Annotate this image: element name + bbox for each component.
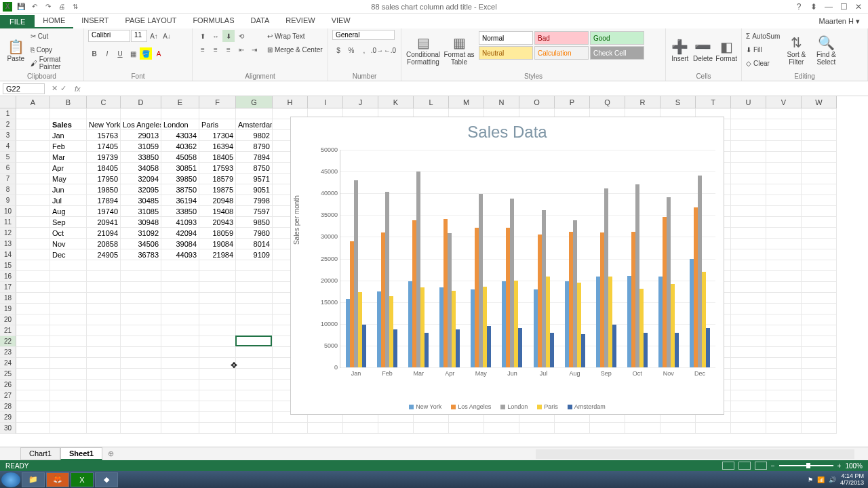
cell[interactable]: 43034 xyxy=(161,130,199,141)
cell[interactable] xyxy=(766,293,802,304)
currency-icon[interactable]: $ xyxy=(332,44,344,56)
cell[interactable]: Oct xyxy=(50,228,87,239)
cell[interactable] xyxy=(199,390,236,401)
cell[interactable]: 19740 xyxy=(87,206,121,217)
cell[interactable] xyxy=(731,401,766,412)
wrap-text-button[interactable]: ↩ Wrap Text xyxy=(267,30,323,42)
cell[interactable]: 7597 xyxy=(236,206,273,217)
cell[interactable]: Sales xyxy=(50,119,87,130)
cell[interactable]: Nov xyxy=(50,239,87,249)
cell[interactable] xyxy=(236,260,273,271)
tab-file[interactable]: FILE xyxy=(0,15,35,28)
cell[interactable] xyxy=(161,271,199,282)
cell[interactable] xyxy=(121,336,161,347)
format-painter-button[interactable]: 🖌 Format Painter xyxy=(31,57,79,69)
tray-network-icon[interactable]: 📶 xyxy=(817,476,825,483)
cell[interactable] xyxy=(766,141,802,152)
tray-flag-icon[interactable]: ⚑ xyxy=(808,476,813,483)
cell[interactable]: 9850 xyxy=(236,217,273,228)
cell[interactable]: 17894 xyxy=(87,195,121,206)
qat-undo-icon[interactable]: ↶ xyxy=(30,2,39,12)
cell[interactable] xyxy=(87,260,121,271)
cell[interactable] xyxy=(766,369,802,380)
help-icon[interactable]: ? xyxy=(792,2,806,12)
cell[interactable] xyxy=(696,423,731,434)
cell[interactable] xyxy=(16,336,50,347)
cell[interactable]: 9109 xyxy=(236,249,273,260)
cell[interactable] xyxy=(50,314,87,325)
cell[interactable] xyxy=(16,163,50,174)
cell[interactable] xyxy=(16,401,50,412)
cell[interactable] xyxy=(161,304,199,314)
row-header[interactable]: 3 xyxy=(0,130,16,141)
column-header[interactable]: S xyxy=(660,96,696,108)
cell[interactable] xyxy=(802,358,837,369)
cell[interactable]: 40362 xyxy=(161,141,199,152)
style-bad[interactable]: Bad xyxy=(534,31,589,45)
row-header[interactable]: 29 xyxy=(0,412,16,423)
tab-formulas[interactable]: FORMULAS xyxy=(184,14,242,28)
cell[interactable] xyxy=(766,336,802,347)
cell[interactable] xyxy=(121,260,161,271)
cell[interactable] xyxy=(16,217,50,228)
cell[interactable] xyxy=(802,304,837,314)
column-header[interactable]: P xyxy=(555,96,590,108)
style-calculation[interactable]: Calculation xyxy=(534,46,589,60)
cell[interactable] xyxy=(50,380,87,390)
minimize-icon[interactable]: — xyxy=(822,2,835,12)
cell[interactable] xyxy=(731,249,766,260)
cell[interactable] xyxy=(236,325,273,336)
cell[interactable]: Feb xyxy=(50,141,87,152)
row-header[interactable]: 15 xyxy=(0,260,16,271)
cell[interactable] xyxy=(161,260,199,271)
bold-button[interactable]: B xyxy=(88,47,100,60)
format-cells-button[interactable]: ◧Format xyxy=(715,30,737,70)
cell[interactable] xyxy=(16,174,50,184)
align-left-icon[interactable]: ≡ xyxy=(197,43,209,56)
cell[interactable]: 7894 xyxy=(236,152,273,163)
column-header[interactable]: B xyxy=(50,96,87,108)
conditional-formatting-button[interactable]: ▤ Conditional Formatting xyxy=(406,30,441,70)
cell[interactable] xyxy=(199,336,236,347)
cell[interactable] xyxy=(802,314,837,325)
cell[interactable] xyxy=(766,249,802,260)
cell[interactable] xyxy=(766,304,802,314)
cell[interactable] xyxy=(16,325,50,336)
cell[interactable] xyxy=(50,282,87,293)
cell[interactable] xyxy=(378,423,414,434)
cell[interactable] xyxy=(731,271,766,282)
cell[interactable] xyxy=(802,141,837,152)
row-header[interactable]: 17 xyxy=(0,282,16,293)
cell[interactable]: May xyxy=(50,174,87,184)
cell[interactable] xyxy=(121,423,161,434)
cell-styles-gallery[interactable]: Normal Bad Good Neutral Calculation Chec… xyxy=(477,30,654,61)
cell[interactable] xyxy=(161,423,199,434)
style-neutral[interactable]: Neutral xyxy=(479,46,533,60)
cell[interactable] xyxy=(731,423,766,434)
qat-save-icon[interactable]: 💾 xyxy=(16,2,26,12)
cell[interactable] xyxy=(731,358,766,369)
app-taskbar-icon[interactable]: ◆ xyxy=(95,472,118,487)
cell[interactable]: 31059 xyxy=(121,141,161,152)
cell[interactable] xyxy=(161,401,199,412)
orientation-icon[interactable]: ⟲ xyxy=(235,30,248,42)
bar[interactable] xyxy=(425,333,429,367)
cell[interactable]: 8014 xyxy=(236,239,273,249)
cell[interactable] xyxy=(199,271,236,282)
cell[interactable] xyxy=(236,314,273,325)
autosum-button[interactable]: Σ AutoSum xyxy=(746,30,780,42)
cell[interactable]: 9051 xyxy=(236,184,273,195)
cell[interactable] xyxy=(87,304,121,314)
cell[interactable] xyxy=(16,369,50,380)
cell[interactable]: 39084 xyxy=(161,239,199,249)
column-header[interactable]: J xyxy=(343,96,378,108)
maximize-icon[interactable]: ☐ xyxy=(837,2,850,12)
cell[interactable] xyxy=(16,108,50,119)
cell[interactable]: 30851 xyxy=(161,163,199,174)
find-select-button[interactable]: 🔍Find & Select xyxy=(812,30,840,70)
cell[interactable] xyxy=(236,412,273,423)
cell[interactable] xyxy=(766,163,802,174)
cell[interactable]: Aug xyxy=(50,206,87,217)
cell[interactable]: 21984 xyxy=(199,249,236,260)
cell[interactable]: 32095 xyxy=(121,184,161,195)
